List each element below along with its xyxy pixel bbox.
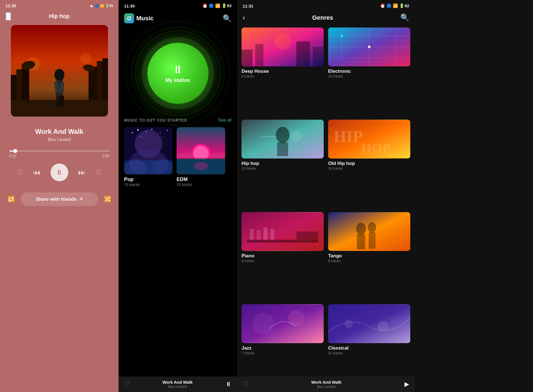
current-time: 0:12 [9, 154, 16, 158]
genre-img-4 [242, 212, 324, 251]
bluetooth-icon-home: 🔵 [209, 3, 214, 8]
genre-name-6: Jazz [242, 345, 324, 351]
share-icon: ↗ [79, 196, 83, 202]
share-label: Share with friends [36, 197, 77, 202]
genre-count-6: 7 tracks [242, 351, 324, 355]
status-bar-home: 11:30 ⏰ 🔵 📶 🔋93 [119, 0, 237, 11]
genre-name-7: Classical [328, 345, 410, 351]
genre-item-piano[interactable]: Piano 9 tracks [242, 212, 324, 300]
station-area: ⏸ My station [119, 29, 237, 118]
svg-point-40 [194, 162, 208, 170]
mini-heart-genres[interactable]: ♡ [243, 381, 248, 388]
svg-point-54 [340, 35, 343, 37]
svg-rect-13 [60, 96, 64, 106]
station-orb[interactable]: ⏸ My station [147, 43, 208, 104]
app-logo: G Music [124, 13, 154, 23]
genre-item-tango[interactable]: Tango 8 tracks [328, 212, 410, 300]
search-button-genres[interactable]: 🔍 [400, 13, 409, 22]
progress-track[interactable] [9, 150, 109, 152]
genre-card-edm[interactable]: EDM 15 tracks [177, 127, 225, 187]
svg-rect-59 [277, 142, 288, 156]
battery-icon: 🔋93 [105, 4, 113, 8]
svg-rect-45 [313, 47, 324, 66]
svg-rect-76 [369, 232, 376, 248]
see-all-button[interactable]: See all [218, 118, 232, 123]
genre-count-4: 9 tracks [242, 259, 324, 263]
genre-card-pop[interactable]: Pop 15 tracks [124, 127, 173, 187]
like-button[interactable]: ♡ [95, 169, 102, 176]
bottom-controls: 🔁 Share with friends ↗ 🔀 [0, 192, 119, 206]
svg-point-60 [291, 131, 302, 142]
svg-point-81 [345, 320, 353, 328]
svg-rect-75 [357, 234, 365, 249]
svg-rect-69 [263, 227, 268, 240]
unlike-button[interactable]: ♡ [17, 169, 23, 176]
pause-button[interactable]: ⏸ [51, 164, 68, 181]
svg-point-46 [274, 33, 291, 50]
player-panel: 11:30 ⏰ 🔵 📶 🔋93 ∨ Hip hop [0, 0, 119, 392]
playback-controls: ♡ ⏮ ⏸ ⏭ ♡ [0, 164, 119, 181]
svg-point-27 [160, 132, 161, 133]
svg-rect-68 [257, 230, 261, 240]
genres-panel: 11:31 ⏰ 🔵 📶 🔋92 ‹ Genres 🔍 Deep House 4 … [237, 0, 415, 392]
genre-item-hip-hop[interactable]: Hip hop 13 tracks [242, 120, 324, 207]
mini-info-genres: Work And Walk Bou Levard [252, 380, 401, 389]
status-time-home: 11:30 [124, 4, 135, 8]
genres-page-title: Genres [312, 14, 333, 21]
alarm-icon-home: ⏰ [202, 3, 208, 8]
logo-icon: G [124, 13, 134, 23]
genre-count-3: 16 tracks [328, 166, 410, 170]
progress-times: 0:12 2:55 [9, 154, 109, 158]
mini-heart-home[interactable]: ♡ [124, 381, 130, 388]
genre-img-0 [242, 27, 324, 66]
station-orb-wrap[interactable]: ⏸ My station [139, 34, 217, 112]
back-button-genres[interactable]: ‹ [243, 13, 245, 22]
genre-card-tracks-edm: 15 tracks [177, 182, 225, 187]
svg-rect-33 [124, 160, 173, 174]
extra-panel [415, 0, 533, 392]
genres-grid: Deep House 4 tracks Electronic 19 tracks… [237, 27, 415, 392]
genre-img-3: HIPHOP [328, 120, 410, 159]
genre-item-deep-house[interactable]: Deep House 4 tracks [242, 27, 324, 115]
svg-rect-44 [296, 41, 310, 66]
bluetooth-icon: 🔵 [95, 4, 99, 8]
progress-thumb [13, 149, 17, 153]
collapse-button[interactable]: ∨ [6, 12, 11, 21]
genre-item-old-hip-hop[interactable]: HIPHOP Old Hip hop 16 tracks [328, 120, 410, 207]
svg-point-58 [276, 127, 289, 143]
search-button-home[interactable]: 🔍 [223, 14, 232, 23]
mini-pause-home[interactable]: ⏸ [225, 381, 232, 388]
signal-icon-genres: 📶 [393, 3, 398, 8]
mini-play-genres[interactable]: ▶ [404, 381, 409, 388]
svg-text:HIP: HIP [334, 127, 363, 145]
genre-count-1: 19 tracks [328, 74, 410, 78]
svg-text:HOP: HOP [361, 141, 391, 156]
genre-card-name-pop: Pop [124, 177, 173, 182]
album-art [11, 25, 108, 117]
svg-rect-12 [56, 97, 60, 106]
svg-point-73 [356, 223, 366, 235]
genre-img-6 [242, 304, 324, 343]
battery-icon-home: 🔋93 [222, 3, 232, 8]
svg-point-24 [137, 129, 139, 131]
player-header: ∨ Hip hop [0, 10, 119, 25]
shuffle-button[interactable]: 🔀 [104, 196, 111, 203]
genre-count-5: 8 tracks [328, 259, 410, 263]
genre-name-3: Old Hip hop [328, 161, 410, 166]
status-icons-player: ⏰ 🔵 📶 🔋93 [89, 4, 113, 8]
song-artist: Bou Levard [35, 137, 84, 142]
song-info: Work And Walk Bou Levard [35, 128, 84, 142]
next-button[interactable]: ⏭ [78, 168, 86, 177]
svg-rect-16 [27, 67, 29, 103]
genre-name-4: Piano [242, 253, 324, 259]
svg-point-79 [288, 310, 305, 326]
genre-count-0: 4 tracks [242, 74, 324, 78]
share-button[interactable]: Share with friends ↗ [21, 192, 98, 206]
genre-name-5: Tango [328, 253, 410, 259]
svg-rect-43 [255, 44, 263, 66]
genre-item-electronic[interactable]: Electronic 19 tracks [328, 27, 410, 115]
genre-cards: Pop 15 tracks [119, 127, 237, 187]
progress-section[interactable]: 0:12 2:55 [9, 150, 109, 158]
prev-button[interactable]: ⏮ [33, 168, 41, 177]
repeat-button[interactable]: 🔁 [7, 196, 15, 203]
